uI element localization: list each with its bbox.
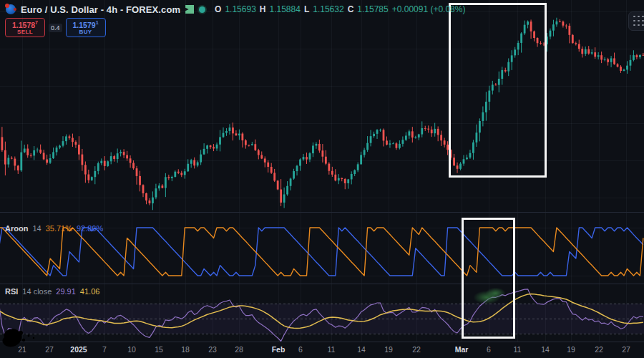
candle-body [421,128,423,135]
aroon-name: Aroon [5,224,28,233]
candle-body [338,178,340,180]
candle-body [568,26,570,35]
candle-body [139,176,141,185]
sell-button[interactable]: 1.15787 SELL [5,18,45,37]
candle-body [273,173,275,180]
candle-body [585,49,587,54]
sell-label: SELL [17,29,33,35]
candle-body [161,185,163,188]
time-axis-label: 28 [235,345,243,354]
aroon-indicator-pane[interactable] [0,213,644,284]
candle-body [30,155,32,156]
symbol-title[interactable]: Euro / U.S. Dollar - 4h - FOREX.com [21,4,180,15]
candle-body [379,130,381,130]
candle-body [353,170,356,174]
candle-body [136,168,138,176]
flag-icon[interactable] [185,5,194,14]
candle-body [94,171,96,177]
buy-price: 1.1579 [73,21,96,29]
symbol-status-line: Euro / U.S. Dollar - 4h - FOREX.com O1.1… [6,3,465,16]
candle-body [366,143,369,150]
candle-body [235,133,238,135]
candle-body [633,55,635,60]
pane-controls-dots-button[interactable] [628,11,644,31]
rsi-value: 29.91 [56,287,76,296]
candle-body [357,164,359,170]
time-axis-label: Mar [455,345,469,354]
aroon-status-line[interactable]: Aroon 14 35.71% 92.86% [5,224,103,233]
candle-body [411,131,414,137]
candle-body [408,131,410,135]
candle-body [594,52,596,57]
candle-body [213,147,215,148]
candle-body [418,135,420,137]
sell-price-sup: 7 [35,20,38,25]
logo-red-dot-small [14,8,16,11]
candle-body [49,158,52,163]
rsi-status-line[interactable]: RSI 14 close 29.91 41.06 [5,287,99,296]
candle-body [14,159,16,166]
candle-body [110,156,112,161]
candle-body [248,145,250,146]
candle-body [216,145,218,149]
time-axis[interactable]: 2127202571015182328Feb611141922Mar611141… [0,342,644,358]
buy-label: BUY [79,29,92,35]
highlight-rectangle-price[interactable] [449,3,547,178]
candle-body [251,144,253,145]
time-axis-label: 6 [487,345,491,354]
candle-body [562,21,564,25]
candle-body [81,155,83,165]
candle-body [91,177,93,180]
candle-body [11,158,13,158]
candle-body [559,21,561,22]
buy-button[interactable]: 1.15791 BUY [66,18,106,37]
ohlc-values: O1.15693 H1.15884 L1.15632 C1.15785 +0.0… [215,4,465,14]
time-axis-label: 11 [514,345,522,354]
candle-body [254,144,256,150]
high-value: 1.15884 [270,4,301,14]
candle-body [290,178,292,185]
candle-body [132,163,135,169]
candle-body [117,153,119,159]
candle-body [165,177,167,188]
aroon-up-value: 35.71% [46,224,72,233]
candle-body [180,173,182,175]
time-axis-label: 7 [102,345,107,354]
candle-body [33,150,35,155]
candle-body [383,130,385,140]
pane-separator[interactable] [0,284,644,284]
pane-separator[interactable] [0,212,644,213]
candle-body [171,177,173,178]
candle-body [260,155,263,159]
aroon-down-value: 92.86% [77,224,103,233]
candle-body [43,153,45,159]
candle-body [328,164,330,171]
highlight-rectangle-indicators[interactable] [462,218,515,339]
candle-body [636,55,638,57]
candle-body [39,150,42,153]
candle-body [389,143,391,145]
candle-body [100,161,102,163]
candle-body [325,157,327,164]
forexcom-logo-icon [6,4,16,14]
candle-body [167,177,170,178]
market-open-status-icon[interactable] [199,6,205,13]
candle-body [321,150,323,156]
candle-body [405,135,407,140]
trade-buttons: 1.15787 SELL 0.4 1.15791 BUY [5,18,106,37]
candle-body [296,166,298,171]
candle-body [130,158,132,163]
candle-body [331,171,333,175]
time-axis-label: 11 [328,345,336,354]
open-label: O [215,4,221,14]
candle-body [370,136,372,143]
candle-body [17,165,19,170]
candle-body [610,58,613,62]
time-axis-label: 27 [622,345,630,354]
candle-body [46,160,48,163]
candle-body [187,164,189,171]
candle-body [97,163,99,171]
candle-body [444,140,446,145]
candle-body [392,143,394,144]
candle-body [299,160,301,166]
